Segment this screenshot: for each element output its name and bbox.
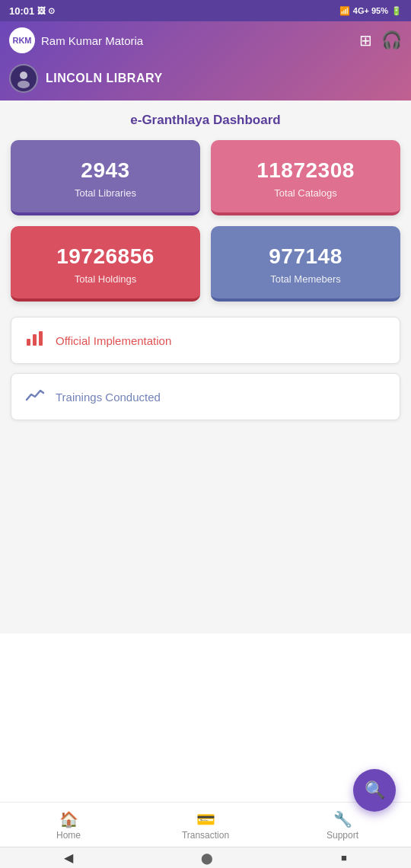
transaction-label: Transaction [182, 830, 229, 841]
svg-rect-4 [39, 331, 43, 346]
stat-number-catalogs: 11872308 [256, 158, 355, 183]
official-implementation-label: Official Implementation [56, 334, 171, 347]
stat-number-members: 977148 [269, 244, 342, 269]
status-time: 10:01 🖼 ⊙ [9, 5, 55, 17]
bar-chart-icon [25, 328, 45, 353]
android-navigation-bar: ◀ ⬤ ■ [0, 847, 411, 868]
status-icons: 📶 4G+ 95% 🔋 [339, 6, 402, 16]
time-display: 10:01 [9, 5, 34, 17]
stat-card-catalogs[interactable]: 11872308 Total Catalogs [211, 140, 400, 215]
stat-label-catalogs: Total Catalogs [274, 187, 336, 199]
status-bar: 10:01 🖼 ⊙ 📶 4G+ 95% 🔋 [0, 0, 411, 21]
dashboard-title: e-Granthlaya Dashboard [11, 113, 400, 128]
home-button[interactable]: ⬤ [201, 852, 213, 864]
user-initials: RKM [12, 36, 31, 45]
headphone-icon[interactable]: 🎧 [381, 30, 402, 50]
bottom-navigation: 🏠 Home 💳 Transaction 🔧 Support [0, 802, 411, 847]
trainings-conducted-label: Trainings Conducted [56, 391, 161, 404]
action-buttons: Official Implementation Trainings Conduc… [11, 317, 400, 420]
stat-card-libraries[interactable]: 2943 Total Libraries [11, 140, 200, 215]
nav-support[interactable]: 🔧 Support [274, 810, 411, 841]
transaction-icon: 💳 [196, 810, 215, 828]
home-label: Home [56, 830, 81, 841]
recent-button[interactable]: ■ [341, 852, 347, 863]
battery-level: 4G+ 95% [353, 6, 388, 15]
main-content: e-Granthlaya Dashboard 2943 Total Librar… [0, 101, 411, 633]
user-name: Ram Kumar Matoria [41, 34, 143, 47]
signal-icon: 📶 [339, 6, 350, 16]
battery-icon: 🔋 [391, 6, 402, 16]
avatar: RKM [9, 27, 35, 53]
trainings-conducted-button[interactable]: Trainings Conducted [11, 373, 400, 420]
stats-grid: 2943 Total Libraries 11872308 Total Cata… [11, 140, 400, 302]
header-action-icons: ⊞ 🎧 [359, 30, 402, 50]
header-top: RKM Ram Kumar Matoria ⊞ 🎧 [9, 27, 402, 59]
support-icon: 🔧 [333, 810, 352, 828]
stat-number-libraries: 2943 [81, 158, 129, 183]
notification-icon: 🖼 ⊙ [37, 6, 55, 16]
nav-home[interactable]: 🏠 Home [0, 810, 137, 841]
grid-icon[interactable]: ⊞ [359, 31, 372, 49]
svg-rect-3 [33, 334, 37, 346]
svg-point-0 [20, 72, 27, 79]
stat-label-holdings: Total Holdings [75, 273, 137, 285]
support-label: Support [327, 830, 358, 841]
stat-number-holdings: 19726856 [56, 244, 155, 269]
header-user: RKM Ram Kumar Matoria [9, 27, 143, 53]
search-icon: 🔍 [365, 780, 385, 800]
stat-card-members[interactable]: 977148 Total Memebers [211, 226, 400, 302]
svg-point-1 [18, 81, 30, 88]
back-button[interactable]: ◀ [64, 850, 73, 865]
official-implementation-button[interactable]: Official Implementation [11, 317, 400, 364]
library-avatar [9, 64, 38, 93]
stat-label-libraries: Total Libraries [75, 187, 136, 199]
nav-transaction[interactable]: 💳 Transaction [137, 810, 274, 841]
header: RKM Ram Kumar Matoria ⊞ 🎧 LINCOLN LIBRAR… [0, 21, 411, 101]
library-name: LINCOLN LIBRARY [46, 72, 163, 85]
search-fab[interactable]: 🔍 [353, 769, 396, 812]
stat-card-holdings[interactable]: 19726856 Total Holdings [11, 226, 200, 302]
home-icon: 🏠 [59, 810, 78, 828]
stat-label-members: Total Memebers [270, 273, 340, 285]
trend-icon [25, 385, 45, 409]
library-header: LINCOLN LIBRARY [9, 59, 402, 101]
svg-rect-2 [27, 339, 30, 346]
